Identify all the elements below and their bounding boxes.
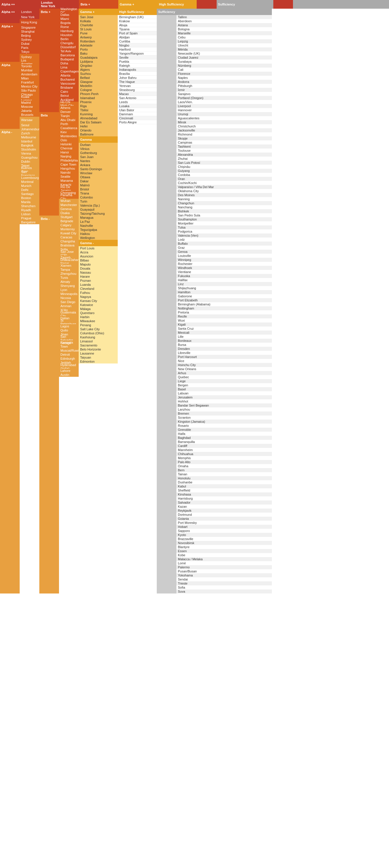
city-toronto: Toronto (20, 64, 39, 68)
city-birminghamuk: Birmingham (UK) (118, 15, 157, 19)
city-tbilisi: Tbilisi (79, 108, 118, 112)
col-beta-labels: Beta + Beta Beta - (39, 9, 59, 593)
city-tegucigalpa: Tegucigalpa (79, 228, 118, 232)
city-macao: Macao (118, 92, 157, 96)
city-minneapolis: Minneapolis (59, 292, 79, 296)
city-algiers: Algiers (79, 68, 118, 72)
city-moscow: Moscow (20, 104, 39, 108)
city-wellington: Wellington (79, 236, 118, 240)
beta-spacer (39, 119, 59, 216)
header-high-suf: High Sufficiency (158, 0, 197, 9)
city-phnompenh: Phnom Penh (79, 92, 118, 96)
city-cleveland: Cleveland (79, 287, 118, 291)
city-xiamen: Xiamen (59, 264, 79, 268)
city-stockholm: Stockholm (20, 147, 39, 151)
city-copenhagen: Copenhagen (59, 69, 79, 73)
city-nanjing: Nanjing (59, 154, 79, 158)
city-turin: Turin (79, 199, 118, 204)
city-rome: Rome (59, 25, 79, 29)
city-hongkong: Hong Kong (20, 19, 39, 25)
city-qingdao: Qingdao (79, 64, 118, 68)
label-suf-header (176, 9, 272, 15)
city-brussels: Brussels (20, 113, 39, 117)
city-pune: Pune (79, 31, 118, 35)
city-abudhabi: Abu Dhabi (59, 118, 79, 122)
city-accra: Accra (79, 250, 118, 254)
city-milwaukee: Milwaukee (79, 319, 118, 323)
city-ankara: Ankara (79, 163, 118, 167)
city-portlouis: Port Louis (79, 246, 118, 250)
city-guatemalacity: Guatemala City (59, 312, 79, 316)
city-wroclaw: Wroclaw (79, 171, 118, 175)
city-bucharest: Bucharest (59, 78, 79, 82)
city-kiev: Kiev (59, 130, 79, 134)
city-bratislava: Bratislava (59, 243, 79, 247)
city-cairo: Cairo (59, 90, 79, 94)
alpha-m-spacer (0, 135, 20, 593)
city-johannesburg: Johannesburg (20, 127, 39, 131)
city-jakarta: Jakarta (20, 108, 39, 113)
city-abidjan: Abidjan (118, 35, 157, 39)
header-suf: Sufficiency (217, 0, 273, 9)
city-riga: Riga (79, 104, 118, 108)
city-dhaka: Dhaka/Jahangir Nagar (59, 259, 79, 264)
city-amsterdam: Amsterdam (20, 72, 39, 76)
city-poznan: Poznan (79, 279, 118, 283)
suf-spacer (157, 15, 176, 593)
city-thehague: The Hague (118, 80, 157, 84)
alpha-pp-spacer (0, 15, 20, 23)
label-alpha: Alpha (0, 62, 20, 68)
city-dubai: Dubai (20, 41, 39, 45)
label-gamma-m: Gamma - (79, 240, 118, 246)
city-seoul: Seoul (20, 123, 39, 127)
col-high-suf: High Sufficiency Birmingham (UK) Krakow … (118, 9, 157, 593)
label-alpha-p: Alpha + (0, 23, 20, 29)
city-riodejaneiro: Rio De Janeiro (59, 187, 79, 191)
city-berlin: Berlin (59, 37, 79, 41)
city-sanjosecr: San Jose (CR) (59, 251, 79, 255)
city-sanantonio: San Antonio (118, 96, 157, 100)
city-osaka: Osaka (59, 211, 79, 215)
city-porto: Porto (79, 48, 118, 52)
city-baku: Baku (79, 52, 118, 56)
header-gamma-plus: Gamma + (118, 0, 158, 9)
city-suzhou: Suzhou (79, 72, 118, 76)
city-stuttgart: Stuttgart (59, 215, 79, 219)
city-guayaquil: Guayaquil (79, 208, 118, 212)
city-haikou: Haikou (79, 232, 118, 236)
city-ljubljana: Ljubljana (79, 60, 118, 64)
city-antwerp: Antwerp (79, 35, 118, 39)
city-portoalegre: Porto Alegre (118, 120, 157, 124)
city-malaga: Málaga (79, 307, 118, 311)
city-athens: Athens (59, 106, 79, 110)
city-frankfurt: Frankfurt (20, 80, 39, 84)
city-denver: Denver (59, 110, 79, 114)
city-guadalajara: Guadalajara (79, 56, 118, 60)
city-glasgow: Glasgow (79, 80, 118, 84)
city-harare: Harare (79, 275, 118, 279)
city-montreal: Montreal (20, 180, 39, 184)
city-sanjuan: San Juan (79, 155, 118, 159)
suf-left: Tallinn Aberdeen Astana Bologna Marseill… (176, 15, 272, 593)
city-madrid: Madrid (20, 100, 39, 104)
city-seattle: Seattle (59, 175, 79, 179)
city-santiago: Santiago (20, 192, 39, 196)
city-lapaz: La Paz (79, 220, 118, 224)
city-austin: Austin (59, 373, 79, 377)
city-manchester: Manchester (59, 203, 79, 207)
city-munich: Munich (20, 184, 39, 188)
city-montevideo: Montevideo (59, 134, 79, 138)
city-krakow: Krakow (118, 19, 157, 23)
city-hangzhou: Hangzhou (59, 166, 79, 170)
city-telaviv: Tel Aviv (59, 49, 79, 53)
city-nashville: Nashville (79, 224, 118, 228)
city-nantes: Nantes (79, 159, 118, 163)
city-budapest: Budapest (59, 57, 79, 61)
city-gothenburg: Gothenburg (79, 151, 118, 155)
city-delhi: Delhi (20, 188, 39, 192)
city-durban: Durban (79, 143, 118, 147)
city-monterrey: Monterrey (59, 227, 79, 231)
city-belgrade: Belgrade (59, 219, 79, 223)
city-washingtondc: Washington DC (59, 9, 79, 13)
city-istanbul: Istanbul (20, 139, 39, 143)
